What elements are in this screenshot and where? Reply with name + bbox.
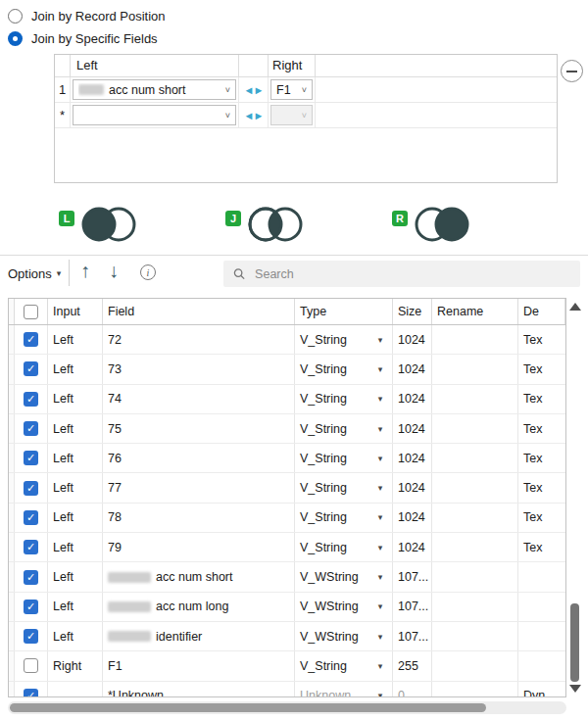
radio-join-by-specific-fields[interactable]: Join by Specific Fields: [8, 28, 158, 48]
chevron-down-icon: ˅: [225, 85, 230, 95]
scroll-down-arrow[interactable]: [569, 685, 581, 693]
description-cell: Tex: [518, 414, 565, 443]
swap-arrows-icon: ◄►: [244, 84, 264, 96]
field-name: identifier: [156, 630, 202, 644]
size-cell: 1024: [393, 414, 432, 443]
field-name: 78: [108, 510, 122, 524]
row-checkbox[interactable]: ✓: [24, 332, 38, 347]
input-cell: Left: [48, 414, 103, 443]
row-checkbox[interactable]: ✓: [24, 689, 38, 697]
left-field-dropdown-empty[interactable]: ˅: [73, 105, 236, 125]
row-checkbox[interactable]: ✓: [24, 570, 38, 585]
search-box[interactable]: [223, 261, 580, 287]
options-dropdown-button[interactable]: Options ▾: [8, 262, 61, 285]
type-dropdown-arrow[interactable]: ▾: [373, 335, 387, 345]
field-cell: *Unknown: [103, 682, 295, 697]
join-row-1: 1 acc num short ˅ ◄► F1 ˅: [55, 77, 557, 103]
field-configuration-grid: Input Field Type Size Rename De ✓Left72V…: [8, 298, 566, 697]
type-dropdown-arrow[interactable]: ▾: [373, 661, 387, 671]
type-dropdown-arrow[interactable]: ▾: [373, 483, 387, 493]
checkbox-cell: ✓: [15, 682, 48, 697]
size-cell: 1024: [393, 355, 432, 383]
type-dropdown-arrow[interactable]: ▾: [373, 632, 387, 642]
row-checkbox[interactable]: ✓: [24, 481, 38, 496]
description-cell: Tex: [518, 444, 565, 472]
radio-icon[interactable]: [8, 9, 23, 24]
move-down-button[interactable]: ↓: [109, 256, 119, 285]
field-name: acc num long: [156, 600, 228, 613]
table-row: ✓Left77V_String▾1024Tex: [9, 473, 565, 503]
type-value: V_WString: [300, 600, 359, 613]
type-cell: Unknown▾: [295, 682, 393, 697]
row-checkbox[interactable]: ✓: [24, 451, 38, 465]
type-dropdown-arrow[interactable]: ▾: [373, 572, 387, 582]
input-cell: Right: [48, 651, 103, 680]
checkbox-cell: ✓: [15, 414, 48, 443]
radio-icon-selected[interactable]: [8, 31, 23, 46]
right-field-dropdown[interactable]: F1 ˅: [270, 79, 313, 100]
type-dropdown-arrow[interactable]: ▾: [373, 394, 387, 404]
vertical-scrollbar-thumb[interactable]: [570, 603, 579, 682]
column-header-type: Type: [295, 299, 393, 324]
size-cell: 107...: [393, 593, 432, 621]
row-checkbox[interactable]: ✓: [24, 421, 38, 436]
size-cell: 1024: [393, 385, 432, 413]
rename-cell: [432, 682, 518, 697]
select-all-checkbox[interactable]: [24, 305, 38, 319]
table-row: RightF1V_String▾255: [9, 651, 565, 681]
checkbox-cell: ✓: [15, 593, 48, 621]
right-field-dropdown-disabled: ˅: [270, 105, 313, 125]
type-dropdown-arrow[interactable]: ▾: [373, 543, 387, 552]
right-join-venn: R: [392, 202, 500, 251]
description-cell: Tex: [518, 355, 565, 383]
field-name: acc num short: [156, 570, 233, 584]
join-header-arrows: [239, 55, 269, 76]
row-checkbox[interactable]: ✓: [24, 629, 38, 644]
info-icon[interactable]: i: [140, 264, 156, 280]
field-name: *Unknown: [108, 689, 164, 697]
checkbox-cell: ✓: [15, 504, 48, 532]
row-checkbox[interactable]: ✓: [24, 361, 38, 376]
field-cell: acc num long: [103, 593, 295, 621]
description-cell: Tex: [518, 473, 565, 502]
type-dropdown-arrow[interactable]: ▾: [373, 601, 387, 611]
type-dropdown-arrow[interactable]: ▾: [373, 424, 387, 434]
table-row: ✓Leftacc num longV_WString▾107...: [9, 593, 565, 622]
radio-join-by-record-position[interactable]: Join by Record Position: [8, 6, 166, 25]
scroll-up-arrow[interactable]: [569, 303, 581, 311]
column-header-size: Size: [393, 299, 432, 324]
type-dropdown-arrow[interactable]: ▾: [373, 364, 387, 374]
size-cell: 255: [393, 651, 432, 680]
search-input[interactable]: [253, 266, 570, 282]
field-cell: 78: [103, 504, 295, 532]
toolbar-separator: [69, 260, 70, 286]
move-up-button[interactable]: ↑: [80, 256, 90, 285]
row-checkbox[interactable]: ✓: [24, 540, 38, 554]
rename-cell: [432, 622, 518, 650]
join-table-header: Left Right: [55, 55, 557, 77]
type-cell: V_String▾: [295, 355, 393, 383]
type-cell: V_WString▾: [295, 593, 393, 621]
row-checkbox[interactable]: ✓: [24, 600, 38, 614]
venn-inner-join-icon: [243, 202, 308, 247]
type-dropdown-arrow[interactable]: ▾: [373, 691, 387, 697]
join-header-row-number: [55, 55, 71, 76]
table-row: ✓Left74V_String▾1024Tex: [9, 385, 565, 414]
table-row: ✓Left78V_String▾1024Tex: [9, 504, 565, 533]
row-checkbox[interactable]: ✓: [24, 392, 38, 407]
remove-join-row-button[interactable]: [561, 60, 583, 82]
type-cell: V_String▾: [295, 325, 393, 354]
type-dropdown-arrow[interactable]: ▾: [373, 454, 387, 463]
type-cell: V_WString▾: [295, 622, 393, 650]
type-value: V_String: [300, 362, 347, 376]
row-checkbox[interactable]: ✓: [24, 510, 38, 525]
chevron-down-icon: ˅: [225, 111, 230, 120]
size-cell: 1024: [393, 473, 432, 502]
type-dropdown-arrow[interactable]: ▾: [373, 512, 387, 522]
horizontal-scrollbar-thumb[interactable]: [10, 703, 486, 712]
rename-cell: [432, 533, 518, 561]
row-checkbox[interactable]: [24, 658, 38, 673]
left-field-dropdown[interactable]: acc num short ˅: [73, 79, 236, 100]
field-cell: 79: [103, 533, 295, 561]
checkbox-cell: ✓: [15, 355, 48, 383]
